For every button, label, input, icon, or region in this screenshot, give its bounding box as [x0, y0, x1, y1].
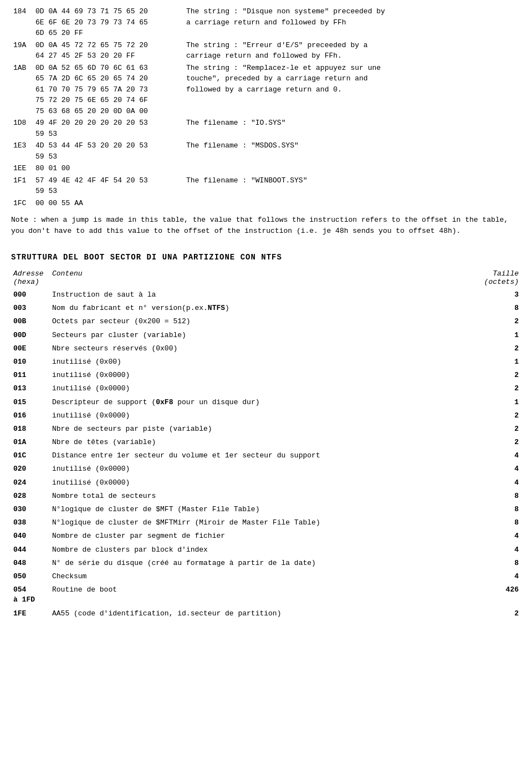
ntfs-addr: 000 [11, 288, 50, 302]
ntfs-content: Nombre de clusters par block d'index [50, 543, 477, 557]
ntfs-content: Nbre de secteurs par piste (variable) [50, 422, 477, 436]
ntfs-row: 01C Distance entre 1er secteur du volume… [11, 449, 521, 462]
hex-bytes: 00 00 55 AA [33, 197, 177, 210]
ntfs-content: Nom du fabricant et n° version(p.ex.NTFS… [50, 302, 477, 315]
ntfs-size: 2 [477, 315, 521, 328]
hex-addr: 19A [11, 39, 33, 62]
ntfs-size: 4 [477, 543, 521, 557]
ntfs-content: N° de série du disque (créé au formatage… [50, 557, 477, 570]
ntfs-content: Nombre total de secteurs [50, 490, 477, 503]
ntfs-content: Distance entre 1er secteur du volume et … [50, 449, 477, 462]
ntfs-header-row: Adresse(hexa) Contenu Taille(octets) [11, 268, 521, 288]
hex-addr: 1FC [11, 197, 33, 210]
ntfs-row: 00B Octets par secteur (0x200 = 512) 2 [11, 315, 521, 328]
ntfs-addr: 1FE [11, 607, 50, 620]
ntfs-size: 8 [477, 503, 521, 516]
ntfs-content: N°logique de cluster de $MFTMirr (Miroir… [50, 516, 477, 529]
ntfs-addr: 003 [11, 302, 50, 315]
ntfs-content: inutilisé (0x0000) [50, 369, 477, 382]
ntfs-row: 011 inutilisé (0x0000) 2 [11, 369, 521, 382]
ntfs-addr: 01C [11, 449, 50, 462]
ntfs-size: 4 [477, 476, 521, 490]
ntfs-size: 2 [477, 436, 521, 449]
ntfs-addr: 040 [11, 529, 50, 543]
ntfs-row: 018 Nbre de secteurs par piste (variable… [11, 422, 521, 436]
hex-addr: 1E3 [11, 140, 33, 162]
hex-row: 1F1 57 49 4E 42 4F 4F 54 20 53 59 53 The… [11, 175, 521, 197]
ntfs-content: Nbre de têtes (variable) [50, 436, 477, 449]
hex-section: 184 0D 0A 44 69 73 71 75 65 20 6E 6F 6E … [11, 6, 521, 236]
ntfs-addr: 048 [11, 557, 50, 570]
ntfs-content: inutilisé (0x00) [50, 355, 477, 369]
ntfs-content: Secteurs par cluster (variable) [50, 329, 477, 342]
hex-row: 1FC 00 00 55 AA [11, 197, 521, 210]
ntfs-addr: 013 [11, 382, 50, 395]
hex-desc: The filename : "WINBOOT.SYS" [177, 175, 521, 197]
hex-table: 184 0D 0A 44 69 73 71 75 65 20 6E 6F 6E … [11, 6, 521, 209]
ntfs-row: 00D Secteurs par cluster (variable) 1 [11, 329, 521, 342]
ntfs-row: 048 N° de série du disque (créé au forma… [11, 557, 521, 570]
ntfs-size: 3 [477, 288, 521, 302]
ntfs-section: STRUTTURA DEL BOOT SECTOR DI UNA PARTIZI… [11, 253, 521, 620]
col-header-size: Taille(octets) [477, 268, 521, 288]
ntfs-row: 028 Nombre total de secteurs 8 [11, 490, 521, 503]
ntfs-addr: 00E [11, 342, 50, 355]
ntfs-size: 1 [477, 396, 521, 409]
ntfs-addr: 044 [11, 543, 50, 557]
hex-bytes: 4D 53 44 4F 53 20 20 20 53 59 53 [33, 140, 177, 162]
ntfs-addr: 020 [11, 462, 50, 476]
ntfs-size: 8 [477, 490, 521, 503]
ntfs-row: 003 Nom du fabricant et n° version(p.ex.… [11, 302, 521, 315]
ntfs-row: 00E Nbre secteurs réservés (0x00) 2 [11, 342, 521, 355]
ntfs-row: 050 Checksum 4 [11, 570, 521, 583]
ntfs-row: 000 Instruction de saut à la 3 [11, 288, 521, 302]
ntfs-size: 4 [477, 570, 521, 583]
ntfs-addr: 028 [11, 490, 50, 503]
hex-row: 1E3 4D 53 44 4F 53 20 20 20 53 59 53 The… [11, 140, 521, 162]
ntfs-addr: 054à 1FD [11, 583, 50, 607]
ntfs-table: Adresse(hexa) Contenu Taille(octets) 000… [11, 268, 521, 620]
ntfs-content: Octets par secteur (0x200 = 512) [50, 315, 477, 328]
ntfs-addr: 00B [11, 315, 50, 328]
hex-addr: 1F1 [11, 175, 33, 197]
hex-addr: 1EE [11, 162, 33, 175]
ntfs-content: N°logique de cluster de $MFT (Master Fil… [50, 503, 477, 516]
ntfs-row: 024 inutilisé (0x0000) 4 [11, 476, 521, 490]
note-text: Note : when a jump is made in this table… [11, 215, 521, 236]
ntfs-row: 013 inutilisé (0x0000) 2 [11, 382, 521, 395]
ntfs-content: Instruction de saut à la [50, 288, 477, 302]
ntfs-row: 038 N°logique de cluster de $MFTMirr (Mi… [11, 516, 521, 529]
ntfs-content: inutilisé (0x0000) [50, 462, 477, 476]
ntfs-row: 040 Nombre de cluster par segment de fic… [11, 529, 521, 543]
ntfs-size: 1 [477, 355, 521, 369]
hex-row: 1D8 49 4F 20 20 20 20 20 20 53 59 53 The… [11, 117, 521, 140]
ntfs-size: 4 [477, 529, 521, 543]
hex-desc: The string : "Erreur d'E/S" preceeded by… [177, 39, 521, 62]
hex-row: 1EE 80 01 00 [11, 162, 521, 175]
ntfs-row: 01A Nbre de têtes (variable) 2 [11, 436, 521, 449]
ntfs-row: 1FE AA55 (code d'identification, id.sect… [11, 607, 521, 620]
col-header-content: Contenu [50, 268, 477, 288]
ntfs-size: 426 [477, 583, 521, 607]
ntfs-content: inutilisé (0x0000) [50, 409, 477, 422]
hex-bytes: 0D 0A 45 72 72 65 75 72 20 64 27 45 2F 5… [33, 39, 177, 62]
ntfs-addr: 01A [11, 436, 50, 449]
ntfs-addr: 038 [11, 516, 50, 529]
hex-desc [177, 197, 521, 210]
ntfs-row: 030 N°logique de cluster de $MFT (Master… [11, 503, 521, 516]
ntfs-addr: 015 [11, 396, 50, 409]
ntfs-title: STRUTTURA DEL BOOT SECTOR DI UNA PARTIZI… [11, 253, 521, 262]
hex-addr: 1AB [11, 62, 33, 118]
ntfs-addr: 011 [11, 369, 50, 382]
hex-bytes: 0D 0A 52 65 6D 70 6C 61 63 65 7A 2D 6C 6… [33, 62, 177, 118]
ntfs-size: 8 [477, 302, 521, 315]
ntfs-size: 2 [477, 409, 521, 422]
ntfs-content: Checksum [50, 570, 477, 583]
ntfs-size: 8 [477, 557, 521, 570]
ntfs-addr: 016 [11, 409, 50, 422]
ntfs-addr: 050 [11, 570, 50, 583]
hex-bytes: 0D 0A 44 69 73 71 75 65 20 6E 6F 6E 20 7… [33, 6, 177, 39]
hex-addr: 1D8 [11, 117, 33, 140]
ntfs-content: Nombre de cluster par segment de fichier [50, 529, 477, 543]
ntfs-row: 015 Descripteur de support (0xF8 pour un… [11, 396, 521, 409]
